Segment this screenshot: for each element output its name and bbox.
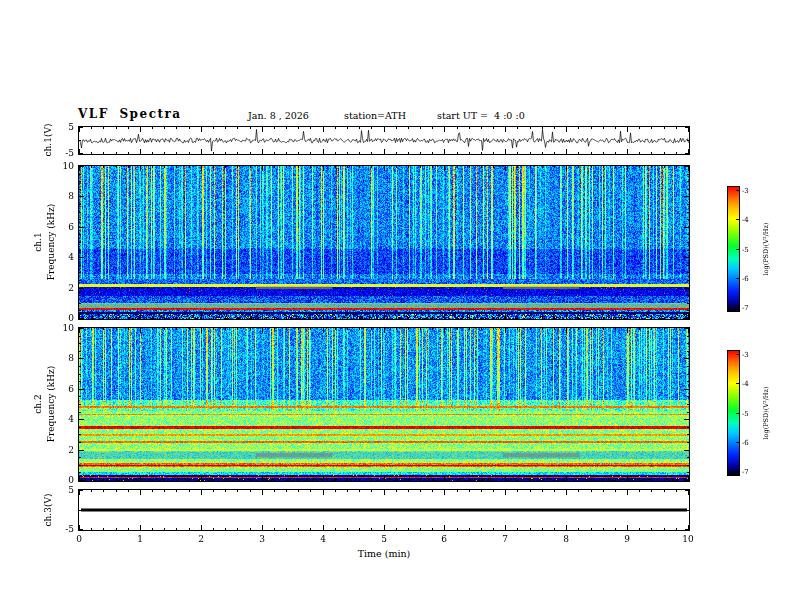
x-tick-mark xyxy=(493,490,494,492)
x-tick-mark xyxy=(298,166,299,168)
x-tick-mark xyxy=(651,528,652,530)
y-tick-mark xyxy=(79,212,81,213)
x-tick-mark xyxy=(384,166,385,171)
x-tick-mark xyxy=(152,152,153,154)
y-tick-mark xyxy=(79,366,81,367)
x-tick-mark xyxy=(603,152,604,154)
x-tick-mark xyxy=(335,479,336,481)
x-tick-mark xyxy=(457,166,458,168)
x-tick-mark xyxy=(554,479,555,481)
y-tick-label: 5 xyxy=(50,122,74,132)
x-tick-mark xyxy=(213,317,214,319)
x-tick-mark xyxy=(444,314,445,319)
x-tick-mark xyxy=(396,479,397,481)
y-tick-mark xyxy=(684,389,689,390)
x-tick-mark xyxy=(274,152,275,154)
y-tick-mark xyxy=(687,396,689,397)
x-tick-mark xyxy=(676,127,677,129)
x-tick-mark xyxy=(262,166,263,171)
x-tick-mark xyxy=(542,490,543,492)
x-tick-mark xyxy=(189,317,190,319)
x-tick-mark xyxy=(286,479,287,481)
ch2-spectrogram-canvas xyxy=(79,328,689,481)
x-tick-mark xyxy=(225,490,226,492)
y-tick-label: 0 xyxy=(50,475,74,485)
x-tick-mark xyxy=(310,490,311,492)
x-tick-mark xyxy=(189,166,190,168)
x-tick-mark xyxy=(250,479,251,481)
y-tick-label: 5 xyxy=(50,485,74,495)
y-tick-mark xyxy=(684,227,689,228)
colorbar-tick-label: -3 xyxy=(742,186,758,196)
x-tick-mark xyxy=(201,490,202,495)
x-tick-mark xyxy=(554,152,555,154)
y-tick-mark xyxy=(687,472,689,473)
x-tick-mark xyxy=(469,479,470,481)
y-tick-mark xyxy=(687,181,689,182)
x-tick-mark xyxy=(578,317,579,319)
vlf-spectra-figure: VLF Spectra Jan. 8 , 2026 station=ATH st… xyxy=(0,0,792,612)
y-tick-mark xyxy=(79,351,81,352)
x-tick-mark xyxy=(310,528,311,530)
x-tick-mark xyxy=(432,528,433,530)
x-tick-mark xyxy=(664,166,665,168)
x-tick-mark xyxy=(250,490,251,492)
y-tick-mark xyxy=(79,343,81,344)
x-tick-mark xyxy=(335,317,336,319)
colorbar-tick-label: -4 xyxy=(742,215,758,225)
x-tick-mark xyxy=(201,127,202,132)
y-tick-mark xyxy=(79,127,83,128)
x-tick-mark xyxy=(578,490,579,492)
x-tick-mark xyxy=(615,528,616,530)
x-tick-mark xyxy=(493,127,494,129)
x-tick-mark xyxy=(578,528,579,530)
y-axis-label-ch2: ch.2 xyxy=(33,394,43,413)
x-tick-mark xyxy=(493,152,494,154)
x-tick-mark xyxy=(457,127,458,129)
x-tick-mark xyxy=(201,476,202,481)
colorbar-tick-label: -4 xyxy=(742,379,758,389)
x-tick-mark xyxy=(676,528,677,530)
x-tick-mark xyxy=(505,328,506,333)
x-tick-mark xyxy=(323,476,324,481)
y-tick-mark xyxy=(687,310,689,311)
y-tick-mark xyxy=(687,204,689,205)
x-tick-mark xyxy=(615,127,616,129)
y-tick-mark xyxy=(79,288,84,289)
x-tick-mark xyxy=(164,127,165,129)
x-tick-mark xyxy=(384,525,385,530)
x-tick-mark xyxy=(237,328,238,330)
y-tick-label: 4 xyxy=(50,252,74,262)
y-tick-mark xyxy=(79,189,81,190)
x-tick-mark xyxy=(286,490,287,492)
y-tick-mark xyxy=(684,257,689,258)
y-tick-mark xyxy=(79,181,81,182)
x-tick-mark xyxy=(371,152,372,154)
x-tick-mark xyxy=(469,166,470,168)
x-tick-mark xyxy=(262,525,263,530)
x-tick-mark xyxy=(189,328,190,330)
x-tick-mark xyxy=(493,528,494,530)
y-tick-label: 8 xyxy=(50,191,74,201)
x-tick-mark xyxy=(457,317,458,319)
y-tick-mark xyxy=(79,336,81,337)
x-tick-mark xyxy=(201,328,202,333)
x-tick-mark xyxy=(310,328,311,330)
x-tick-mark xyxy=(225,528,226,530)
start-ut-label: start UT = 4 :0 :0 xyxy=(437,110,525,121)
y-tick-mark xyxy=(687,442,689,443)
x-tick-mark xyxy=(103,152,104,154)
x-tick-mark xyxy=(164,528,165,530)
colorbar-tick-label: -5 xyxy=(742,409,758,419)
x-tick-mark xyxy=(335,127,336,129)
y-tick-mark xyxy=(79,318,84,319)
x-tick-mark xyxy=(189,152,190,154)
y-tick-mark xyxy=(79,396,81,397)
x-tick-mark xyxy=(128,317,129,319)
x-tick-mark xyxy=(530,127,531,129)
x-tick-mark xyxy=(651,490,652,492)
x-tick-mark xyxy=(103,127,104,129)
x-tick-mark xyxy=(116,328,117,330)
x-tick-mark xyxy=(176,328,177,330)
x-tick-mark xyxy=(651,152,652,154)
